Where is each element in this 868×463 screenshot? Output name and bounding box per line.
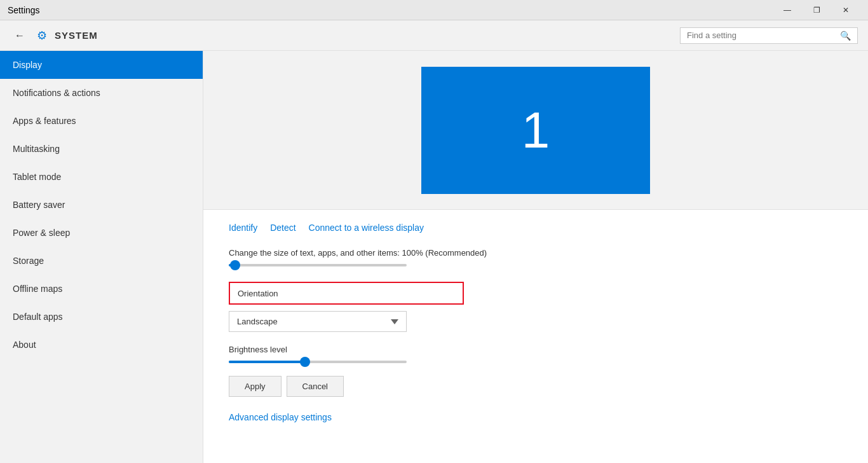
- orientation-label: Orientation: [238, 289, 278, 298]
- sidebar-item-label: Notifications & actions: [13, 88, 100, 98]
- monitor-preview-area: 1: [203, 51, 868, 210]
- sidebar: Display Notifications & actions Apps & f…: [0, 51, 203, 463]
- titlebar-title: Settings: [8, 5, 40, 15]
- sidebar-item-label: Battery saver: [13, 200, 65, 210]
- sidebar-item-multitasking[interactable]: Multitasking: [0, 135, 203, 163]
- sidebar-item-label: Apps & features: [13, 116, 76, 126]
- sidebar-item-storage[interactable]: Storage: [0, 247, 203, 275]
- scale-label: Change the size of text, apps, and other…: [229, 248, 843, 258]
- identify-link[interactable]: Identify: [229, 223, 257, 233]
- scale-setting: Change the size of text, apps, and other…: [229, 248, 843, 266]
- display-settings: Identify Detect Connect to a wireless di…: [203, 210, 868, 435]
- app-title: SYSTEM: [55, 30, 98, 41]
- sidebar-item-label: Storage: [13, 256, 44, 266]
- search-icon: 🔍: [840, 31, 851, 41]
- action-buttons: Apply Cancel: [229, 376, 843, 397]
- sidebar-item-label: Tablet mode: [13, 172, 61, 182]
- monitor-preview: 1: [421, 67, 650, 194]
- sidebar-item-label: Default apps: [13, 312, 63, 322]
- sidebar-item-default[interactable]: Default apps: [0, 303, 203, 331]
- scale-slider-track[interactable]: [229, 264, 407, 266]
- app-header: ← ⚙ SYSTEM 🔍: [0, 20, 868, 51]
- minimize-button[interactable]: —: [773, 0, 802, 20]
- titlebar-left: Settings: [8, 5, 40, 15]
- display-links: Identify Detect Connect to a wireless di…: [229, 223, 843, 233]
- cancel-button[interactable]: Cancel: [287, 376, 344, 397]
- orientation-section: Orientation Landscape Portrait Landscape…: [229, 282, 843, 332]
- titlebar-controls: — ❐ ✕: [773, 0, 860, 20]
- sidebar-item-offline[interactable]: Offline maps: [0, 275, 203, 303]
- content-area: 1 Identify Detect Connect to a wireless …: [203, 51, 868, 463]
- orientation-box: Orientation: [229, 282, 464, 305]
- sidebar-item-apps[interactable]: Apps & features: [0, 107, 203, 135]
- settings-icon: ⚙: [37, 29, 47, 43]
- brightness-slider-fill: [229, 361, 305, 363]
- sidebar-item-battery[interactable]: Battery saver: [0, 191, 203, 219]
- maximize-button[interactable]: ❐: [802, 0, 831, 20]
- brightness-label: Brightness level: [229, 345, 843, 354]
- advanced-display-link[interactable]: Advanced display settings: [229, 412, 332, 422]
- brightness-slider-thumb[interactable]: [300, 357, 310, 367]
- sidebar-item-about[interactable]: About: [0, 331, 203, 359]
- titlebar: Settings — ❐ ✕: [0, 0, 868, 20]
- sidebar-item-label: Offline maps: [13, 284, 62, 294]
- sidebar-item-notifications[interactable]: Notifications & actions: [0, 79, 203, 107]
- apply-button[interactable]: Apply: [229, 376, 281, 397]
- close-button[interactable]: ✕: [831, 0, 860, 20]
- orientation-select[interactable]: Landscape Portrait Landscape (flipped) P…: [229, 311, 407, 332]
- sidebar-item-display[interactable]: Display: [0, 51, 203, 79]
- sidebar-item-label: Multitasking: [13, 144, 60, 154]
- brightness-slider-track[interactable]: [229, 361, 407, 363]
- search-input[interactable]: [687, 31, 840, 40]
- sidebar-item-tablet[interactable]: Tablet mode: [0, 163, 203, 191]
- scale-slider-thumb[interactable]: [230, 260, 240, 270]
- sidebar-item-label: Display: [13, 60, 42, 70]
- search-box: 🔍: [680, 27, 858, 44]
- sidebar-item-power[interactable]: Power & sleep: [0, 219, 203, 247]
- sidebar-item-label: Power & sleep: [13, 228, 70, 238]
- main-layout: Display Notifications & actions Apps & f…: [0, 51, 868, 463]
- connect-wireless-link[interactable]: Connect to a wireless display: [309, 223, 424, 233]
- sidebar-item-label: About: [13, 340, 36, 350]
- detect-link[interactable]: Detect: [270, 223, 295, 233]
- monitor-number: 1: [522, 101, 550, 160]
- brightness-setting: Brightness level: [229, 345, 843, 363]
- back-button[interactable]: ←: [10, 26, 29, 45]
